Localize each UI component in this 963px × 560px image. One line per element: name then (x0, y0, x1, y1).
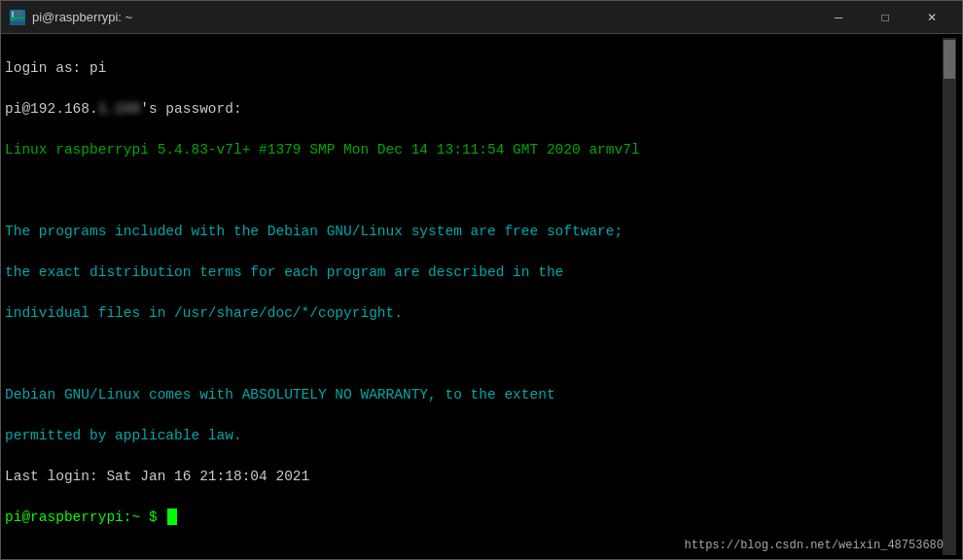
line-info1: The programs included with the Debian GN… (5, 224, 623, 239)
watermark: https://blog.csdn.net/weixin_48753680 (685, 539, 944, 552)
svg-rect-4 (11, 19, 15, 20)
svg-rect-6 (15, 12, 22, 13)
line-warranty2: permitted by applicable law. (5, 428, 242, 443)
terminal-content: login as: pi pi@192.168.1.1XX's password… (5, 38, 943, 555)
maximize-button[interactable]: □ (863, 2, 908, 33)
line-info2: the exact distribution terms for each pr… (5, 264, 563, 280)
svg-rect-3 (18, 18, 24, 18)
scrollbar[interactable] (943, 38, 956, 555)
line-warranty1: Debian GNU/Linux comes with ABSOLUTELY N… (5, 387, 555, 402)
line-info3: individual files in /usr/share/doc/*/cop… (5, 305, 403, 321)
minimize-button[interactable]: ─ (816, 2, 861, 33)
titlebar-title: pi@raspberrypi: ~ (32, 10, 132, 24)
blurred-ip: 1.1XX (98, 101, 141, 117)
terminal-icon (9, 9, 26, 26)
terminal-body[interactable]: login as: pi pi@192.168.1.1XX's password… (1, 34, 962, 559)
titlebar-controls: ─ □ ✕ (816, 2, 954, 33)
scrollbar-thumb[interactable] (944, 40, 955, 79)
svg-rect-5 (12, 12, 14, 13)
titlebar-left: pi@raspberrypi: ~ (9, 9, 132, 26)
svg-rect-9 (12, 16, 14, 17)
line-login: login as: pi (5, 60, 106, 76)
line-lastlogin: Last login: Sat Jan 16 21:18:04 2021 (5, 469, 309, 484)
svg-rect-10 (15, 16, 22, 17)
line-password: pi@192.168.1.1XX's password: (5, 101, 242, 117)
titlebar: pi@raspberrypi: ~ ─ □ ✕ (1, 1, 962, 34)
svg-rect-7 (12, 14, 14, 15)
command-prompt: pi@raspberrypi:~ $ (5, 509, 165, 525)
cursor (167, 508, 177, 525)
terminal-window: pi@raspberrypi: ~ ─ □ ✕ login as: pi pi@… (0, 0, 963, 560)
line-kernel: Linux raspberrypi 5.4.83-v7l+ #1379 SMP … (5, 142, 640, 158)
svg-rect-8 (15, 14, 22, 15)
close-button[interactable]: ✕ (910, 2, 954, 33)
svg-rect-2 (11, 18, 17, 18)
svg-rect-1 (10, 21, 25, 25)
